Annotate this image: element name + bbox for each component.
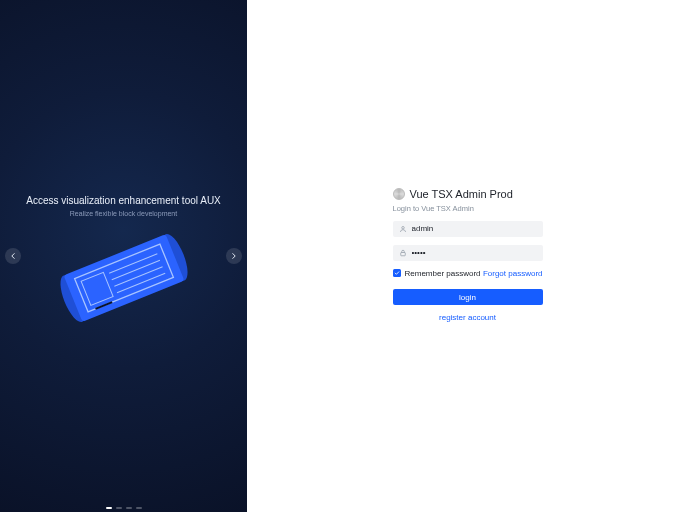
remember-password-checkbox[interactable]: Remember password (393, 269, 481, 278)
svg-point-10 (401, 226, 404, 229)
carousel-dot[interactable] (106, 507, 112, 509)
app-title: Vue TSX Admin Prod (410, 188, 513, 200)
login-button[interactable]: login (393, 289, 543, 305)
user-icon (399, 225, 407, 233)
svg-rect-11 (400, 252, 405, 255)
username-input[interactable] (407, 224, 537, 233)
blueprint-illustration (54, 228, 194, 328)
lock-icon (399, 249, 407, 257)
chevron-left-icon (9, 252, 17, 260)
username-field[interactable] (393, 221, 543, 237)
forgot-password-link[interactable]: Forgot password (483, 269, 543, 278)
carousel-dots (0, 507, 247, 509)
password-input[interactable] (407, 248, 537, 257)
carousel-title: Access visualization enhancement tool AU… (10, 195, 237, 206)
remember-password-label: Remember password (405, 269, 481, 278)
carousel-dot[interactable] (126, 507, 132, 509)
carousel-prev-button[interactable] (5, 248, 21, 264)
carousel-dot[interactable] (136, 507, 142, 509)
carousel-next-button[interactable] (226, 248, 242, 264)
chevron-right-icon (230, 252, 238, 260)
password-field[interactable] (393, 245, 543, 261)
login-subtitle: Login to Vue TSX Admin (393, 204, 543, 213)
register-account-button[interactable]: register account (393, 313, 543, 322)
svg-rect-2 (63, 234, 184, 322)
carousel-subtitle: Realize flexible block development (10, 210, 237, 217)
check-icon (394, 270, 400, 276)
carousel-dot[interactable] (116, 507, 122, 509)
app-logo-icon (393, 188, 405, 200)
